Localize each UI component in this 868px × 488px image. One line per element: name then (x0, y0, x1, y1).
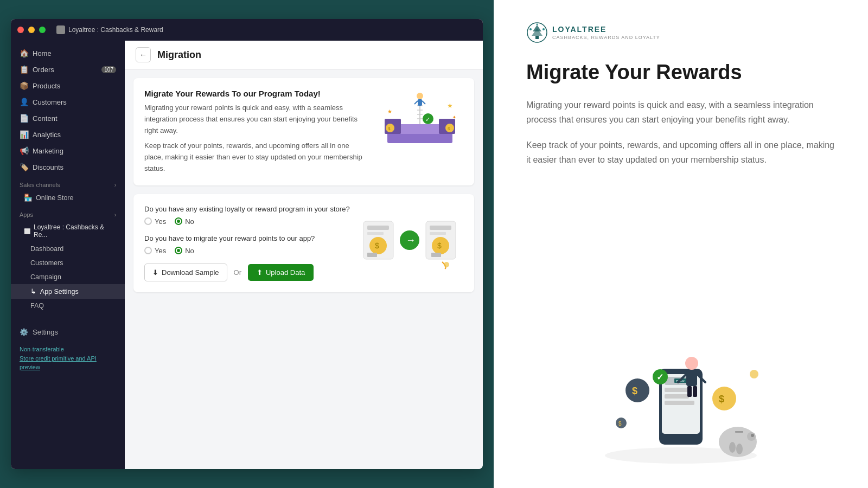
sidebar-label-products: Products (33, 82, 60, 90)
svg-line-12 (414, 101, 418, 104)
sales-channels-expand-icon[interactable]: › (114, 182, 116, 188)
app-settings-label: App Settings (40, 288, 79, 296)
svg-rect-28 (367, 253, 377, 257)
svg-rect-11 (418, 99, 422, 106)
svg-text:✓: ✓ (656, 373, 663, 382)
radio-q1-yes[interactable]: Yes (144, 217, 166, 226)
form-card-inner: Do you have any existing loyalty or rewa… (144, 205, 458, 281)
svg-text:$: $ (632, 386, 637, 396)
settings-label: Settings (33, 328, 58, 336)
svg-text:→: → (406, 235, 416, 246)
sidebar-sub-campaign[interactable]: Campaign (11, 270, 125, 284)
download-sample-button[interactable]: ⬇ Download Sample (144, 264, 227, 281)
brand-tagline: Cashbacks, Rewards and Loyalty (552, 35, 660, 40)
shopify-body: 🏠 Home 📋 Orders 107 📦 Products 👤 Custome… (11, 41, 483, 469)
sidebar-label-content: Content (33, 114, 58, 123)
brand-name: LOYALTREE (552, 25, 660, 34)
sidebar-label-home: Home (33, 49, 52, 57)
sidebar-sub-dashboard[interactable]: Dashboard (11, 242, 125, 256)
radio-no-label-2: No (185, 247, 194, 255)
topbar-app-label: Loyaltree : Cashbacks & Reward (56, 25, 163, 34)
apps-expand-icon[interactable]: › (114, 212, 116, 218)
svg-text:$: $ (375, 241, 379, 250)
sidebar-item-products[interactable]: 📦 Products (11, 78, 125, 94)
sidebar-footer: Non-transferable Store credit primitive … (11, 341, 125, 376)
svg-text:✦: ✦ (452, 115, 456, 120)
svg-rect-41 (535, 36, 539, 39)
svg-point-44 (537, 24, 538, 25)
sidebar: 🏠 Home 📋 Orders 107 📦 Products 👤 Custome… (11, 41, 125, 469)
page-header: ← Migration (125, 41, 483, 69)
sidebar-sub-app-settings[interactable]: ↳ App Settings (11, 284, 125, 299)
orders-icon: 📋 (20, 65, 28, 74)
sidebar-label-customers: Customers (33, 98, 67, 106)
radio-circle-q1-no (175, 217, 182, 225)
button-row: ⬇ Download Sample Or ⬆ Upload Data (144, 264, 350, 281)
window-close-dot[interactable] (17, 27, 24, 33)
sidebar-sub-customers[interactable]: Customers (11, 256, 125, 270)
back-button[interactable]: ← (136, 47, 151, 62)
window-maximize-dot[interactable] (39, 27, 46, 33)
sidebar-label-orders: Orders (33, 66, 54, 74)
form-illustration: $ → (361, 205, 458, 281)
marketing-icon: 📢 (20, 146, 28, 155)
svg-point-43 (542, 28, 545, 30)
svg-text:$: $ (388, 126, 391, 131)
sidebar-settings[interactable]: ⚙️ Settings (11, 324, 125, 341)
migration-card-text: Migrate Your Rewards To our Program Toda… (144, 89, 366, 175)
app-settings-arrow: ↳ (30, 288, 36, 296)
apps-section: Apps › (11, 205, 125, 220)
campaign-label: Campaign (30, 273, 61, 281)
sidebar-item-content[interactable]: 📄 Content (11, 110, 125, 126)
svg-rect-51 (665, 401, 694, 405)
sidebar-item-discounts[interactable]: 🏷️ Discounts (11, 159, 125, 175)
apps-section-label: Apps (20, 211, 33, 218)
svg-point-64 (751, 434, 754, 437)
content-icon: 📄 (20, 114, 28, 123)
left-panel: Loyaltree : Cashbacks & Reward 🏠 Home 📋 … (0, 0, 494, 488)
products-icon: 📦 (20, 81, 28, 90)
sidebar-item-orders[interactable]: 📋 Orders 107 (11, 61, 125, 78)
online-store-label: Online Store (36, 194, 73, 202)
online-store-icon: 🏪 (24, 194, 33, 202)
svg-rect-32 (430, 226, 451, 230)
sidebar-item-marketing[interactable]: 📢 Marketing (11, 143, 125, 159)
sidebar-item-home[interactable]: 🏠 Home (11, 45, 125, 61)
svg-point-62 (729, 442, 736, 453)
svg-rect-50 (665, 394, 689, 399)
svg-rect-65 (735, 431, 743, 433)
faq-label: FAQ (30, 302, 44, 310)
radio-q1-no[interactable]: No (175, 217, 194, 226)
migration-card-body2: Keep track of your points, rewards, and … (144, 140, 366, 174)
svg-rect-33 (430, 232, 446, 235)
question-1: Do you have any existing loyalty or rewa… (144, 205, 350, 213)
back-arrow-icon: ← (139, 50, 147, 59)
radio-q2-no[interactable]: No (175, 247, 194, 255)
upload-btn-label: Upload Data (266, 268, 305, 277)
sidebar-item-customers[interactable]: 👤 Customers (11, 94, 125, 110)
radio-group-2: Yes No (144, 247, 350, 255)
radio-group-1: Yes No (144, 217, 350, 226)
orders-badge: 107 (101, 66, 116, 73)
sidebar-app-loyaltree[interactable]: ⬜ Loyaltree : Cashbacks & Re... (11, 220, 125, 242)
footer-link[interactable]: Store credit primitive and API preview (20, 355, 97, 371)
customers-sub-label: Customers (30, 259, 63, 267)
svg-rect-71 (693, 386, 697, 397)
svg-rect-25 (367, 232, 384, 235)
loyaltree-app-icon: ⬜ (24, 228, 30, 234)
analytics-icon: 📊 (20, 130, 28, 139)
window-minimize-dot[interactable] (28, 27, 35, 33)
migration-info-card: Migrate Your Rewards To our Program Toda… (133, 78, 474, 185)
sidebar-label-marketing: Marketing (33, 147, 63, 155)
promo-paragraph2: Keep track of your points, rewards, and … (526, 138, 835, 167)
sales-channels-section: Sales channels › (11, 175, 125, 190)
svg-text:$: $ (719, 394, 724, 404)
svg-rect-70 (687, 386, 692, 397)
sidebar-item-analytics[interactable]: 📊 Analytics (11, 126, 125, 143)
main-content: ← Migration Migrate Your Rewards To our … (125, 41, 483, 469)
right-panel: LOYALTREE Cashbacks, Rewards and Loyalty… (494, 0, 868, 488)
upload-data-button[interactable]: ⬆ Upload Data (248, 264, 314, 281)
sidebar-item-online-store[interactable]: 🏪 Online Store (11, 190, 125, 205)
sidebar-sub-faq[interactable]: FAQ (11, 299, 125, 313)
radio-q2-yes[interactable]: Yes (144, 247, 166, 255)
